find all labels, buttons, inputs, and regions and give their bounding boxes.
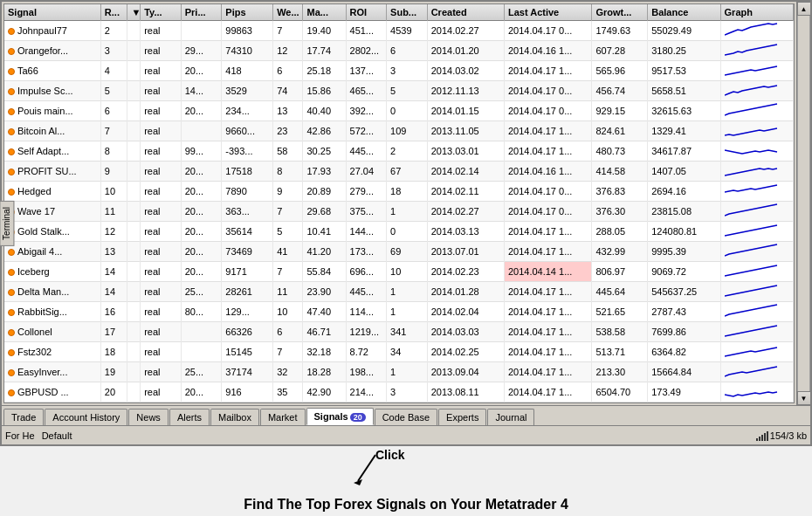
balance-cell: 545637.25 — [648, 282, 720, 302]
table-row[interactable]: Fstz30218real15145732.188.72342014.02.25… — [4, 342, 794, 362]
tab-alerts[interactable]: Alerts — [169, 409, 210, 425]
balance-cell: 173.49 — [648, 382, 720, 402]
sort-arrow-cell — [127, 81, 141, 101]
signal-dot-icon — [8, 329, 15, 336]
col-header-r[interactable]: R... — [100, 4, 127, 21]
table-row[interactable]: Wave 1711real20...363...729.68375...1201… — [4, 202, 794, 222]
table-row[interactable]: Self Adapt...8real99...-393...5830.25445… — [4, 141, 794, 162]
signal-dot-icon — [8, 369, 15, 376]
table-row[interactable]: Delta Man...14real25...282611123.90445..… — [4, 282, 794, 302]
scroll-up-button[interactable]: ▲ — [797, 2, 811, 16]
tab-code-base[interactable]: Code Base — [375, 409, 437, 425]
lastactive-cell: 2014.04.17 1... — [504, 121, 592, 141]
signal-dot-icon — [8, 108, 15, 115]
signal-dot-icon — [8, 169, 15, 175]
table-row[interactable]: RabbitSig...16real80...129...1047.40114.… — [4, 302, 794, 322]
signal-cell: Impulse Sc... — [4, 81, 100, 101]
lastactive-cell: 2014.04.17 1... — [504, 61, 592, 81]
table-row[interactable]: Gold Stalk...12real20...35614510.41144..… — [4, 222, 794, 242]
col-header-pri[interactable]: Pri... — [181, 4, 222, 21]
col-header-arrow[interactable]: ▼ — [127, 4, 141, 21]
pri-cell: 20... — [181, 382, 222, 402]
table-row[interactable]: Impulse Sc...5real14...35297415.86465...… — [4, 81, 794, 101]
col-header-growt[interactable]: Growt... — [592, 4, 648, 21]
r-cell: 10 — [100, 182, 127, 202]
tab-account-history[interactable]: Account History — [45, 409, 127, 425]
we-cell: 74 — [273, 81, 303, 101]
col-header-signal[interactable]: Signal — [4, 4, 100, 21]
table-row[interactable]: GBPUSD ...20real20...9163542.90214...320… — [4, 382, 794, 402]
scrollbar-track[interactable] — [797, 16, 810, 391]
col-header-ma[interactable]: Ma... — [303, 4, 346, 21]
table-row[interactable]: Orangefor...3real29...743101217.742802..… — [4, 41, 794, 61]
tab-trade[interactable]: Trade — [3, 409, 44, 425]
table-row[interactable]: Abigail 4...13real20...734694141.20173..… — [4, 242, 794, 262]
col-header-roi[interactable]: ROI — [346, 4, 387, 21]
created-cell: 2013.11.05 — [427, 121, 504, 141]
col-header-sub[interactable]: Sub... — [387, 4, 428, 21]
table-row[interactable]: Bitcoin Al...7real9660...2342.86572...10… — [4, 121, 794, 141]
table-row[interactable]: Collonel17real66326646.711219...3412014.… — [4, 322, 794, 342]
table-row[interactable]: Hedged10real20...7890920.89279...182014.… — [4, 182, 794, 202]
we-cell: 32 — [273, 362, 303, 382]
col-header-graph[interactable]: Graph — [720, 4, 793, 21]
graph-cell — [720, 322, 793, 342]
ma-cell: 41.20 — [303, 242, 346, 262]
col-header-lastactive[interactable]: Last Active — [504, 4, 592, 21]
created-cell: 2014.02.25 — [427, 342, 504, 362]
tab-news[interactable]: News — [128, 409, 169, 425]
created-cell: 2014.02.27 — [427, 21, 504, 41]
table-row[interactable]: EasyInver...19real25...371743218.28198..… — [4, 362, 794, 382]
terminal-tab[interactable]: Terminal — [0, 201, 14, 246]
col-header-pips[interactable]: Pips — [222, 4, 273, 21]
col-header-we[interactable]: We... — [273, 4, 303, 21]
col-header-created[interactable]: Created — [427, 4, 504, 21]
ty-cell: real — [141, 342, 182, 362]
growt-cell: 480.73 — [592, 141, 648, 162]
table-row[interactable]: Pouis main...6real20...234...1340.40392.… — [4, 101, 794, 121]
roi-cell: 696... — [346, 262, 387, 282]
sort-arrow-cell — [127, 342, 141, 362]
table-row[interactable]: PROFIT SU...9real20...17518817.9327.0467… — [4, 162, 794, 182]
signal-dot-icon — [8, 309, 15, 316]
tab-mailbox[interactable]: Mailbox — [210, 409, 259, 425]
r-cell: 19 — [100, 362, 127, 382]
pips-cell: 234... — [222, 101, 273, 121]
sub-cell: 6 — [387, 41, 428, 61]
tab-journal[interactable]: Journal — [487, 409, 534, 425]
ma-cell: 42.86 — [303, 121, 346, 141]
table-wrapper: SignalR...▼Ty...Pri...PipsWe...Ma...ROIS… — [2, 2, 810, 405]
created-cell: 2013.09.04 — [427, 362, 504, 382]
lastactive-cell: 2014.04.14 1... — [504, 262, 592, 282]
pips-cell: -393... — [222, 141, 273, 162]
ma-cell: 10.41 — [303, 222, 346, 242]
ma-cell: 15.86 — [303, 81, 346, 101]
table-row[interactable]: Iceberg14real20...9171755.84696...102014… — [4, 262, 794, 282]
mini-graph — [725, 103, 779, 117]
table-header: SignalR...▼Ty...Pri...PipsWe...Ma...ROIS… — [4, 4, 794, 21]
pri-cell: 20... — [181, 242, 222, 262]
annotation-area: Click — [0, 446, 812, 490]
r-cell: 3 — [100, 41, 127, 61]
signal-cell: Bitcoin Al... — [4, 121, 100, 141]
tab-experts[interactable]: Experts — [438, 409, 486, 425]
signal-dot-icon — [8, 148, 15, 155]
tab-signals[interactable]: Signals20 — [306, 408, 374, 425]
table-row[interactable]: Johnpaul772real99863719.40451...45392014… — [4, 21, 794, 41]
table-row[interactable]: Ta664real20...418625.18137...32014.03.02… — [4, 61, 794, 81]
graph-cell — [720, 61, 793, 81]
we-cell: 6 — [273, 322, 303, 342]
signal-cell: EasyInver... — [4, 362, 100, 382]
graph-cell — [720, 302, 793, 322]
pri-cell: 25... — [181, 282, 222, 302]
sort-arrow-cell — [127, 21, 141, 41]
scrollbar[interactable]: ▲ ▼ — [796, 2, 810, 405]
lastactive-cell: 2014.04.17 0... — [504, 21, 592, 41]
col-header-balance[interactable]: Balance — [648, 4, 720, 21]
col-header-ty[interactable]: Ty... — [141, 4, 182, 21]
sub-cell: 109 — [387, 121, 428, 141]
scroll-down-button[interactable]: ▼ — [797, 391, 811, 405]
tab-market[interactable]: Market — [260, 409, 306, 425]
ma-cell: 29.68 — [303, 202, 346, 222]
mini-graph — [725, 143, 779, 157]
